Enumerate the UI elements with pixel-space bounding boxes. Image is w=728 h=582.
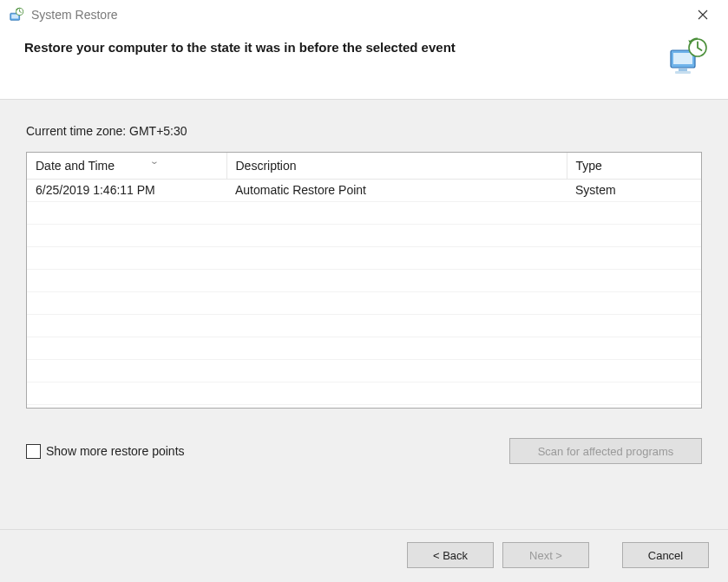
under-table-row: Show more restore points Scan for affect… xyxy=(26,438,702,464)
back-button[interactable]: < Back xyxy=(407,542,494,568)
cancel-button[interactable]: Cancel xyxy=(622,542,709,568)
system-restore-wizard: System Restore Restore your computer to … xyxy=(0,0,728,582)
svg-rect-1 xyxy=(11,15,18,19)
table-row: . xyxy=(27,224,701,246)
show-more-label[interactable]: Show more restore points xyxy=(46,444,185,458)
table-row: . xyxy=(27,314,701,337)
table-row: . xyxy=(27,291,701,314)
wizard-body: Current time zone: GMT+5:30 Date and Tim… xyxy=(0,100,728,529)
svg-rect-7 xyxy=(675,71,691,74)
column-header-type[interactable]: Type xyxy=(567,153,701,179)
column-header-description[interactable]: Description xyxy=(226,153,567,179)
close-button[interactable] xyxy=(683,1,723,29)
close-icon xyxy=(698,10,708,20)
show-more-checkbox-wrap[interactable]: Show more restore points xyxy=(26,444,185,459)
restore-points-table[interactable]: Date and Time ⌄ Description Type 6/25/20… xyxy=(26,152,702,409)
cell-type: System xyxy=(567,179,701,201)
table-row[interactable]: 6/25/2019 1:46:11 PM Automatic Restore P… xyxy=(27,179,701,201)
next-button[interactable]: Next > xyxy=(502,542,589,568)
timezone-label: Current time zone: GMT+5:30 xyxy=(26,124,702,138)
table-row: . xyxy=(27,246,701,269)
cell-datetime: 6/25/2019 1:46:11 PM xyxy=(27,179,226,201)
scan-affected-button[interactable]: Scan for affected programs xyxy=(509,438,702,464)
page-title: Restore your computer to the state it wa… xyxy=(24,36,456,55)
wizard-footer: < Back Next > Cancel xyxy=(0,529,728,582)
restore-monitor-icon xyxy=(667,36,709,78)
table-row: . xyxy=(27,337,701,359)
table-row: . xyxy=(27,269,701,291)
system-restore-icon xyxy=(9,7,24,23)
window-title: System Restore xyxy=(31,8,118,22)
table-row: . xyxy=(27,359,701,382)
svg-rect-5 xyxy=(673,53,692,64)
table-row: . xyxy=(27,382,701,404)
svg-rect-6 xyxy=(679,69,687,71)
column-header-datetime[interactable]: Date and Time ⌄ xyxy=(27,153,226,179)
table-row: . xyxy=(27,201,701,224)
header-panel: Restore your computer to the state it wa… xyxy=(0,29,728,100)
titlebar: System Restore xyxy=(0,0,728,29)
sort-descending-icon: ⌄ xyxy=(149,156,159,166)
show-more-checkbox[interactable] xyxy=(26,444,41,459)
cell-description: Automatic Restore Point xyxy=(226,179,567,201)
